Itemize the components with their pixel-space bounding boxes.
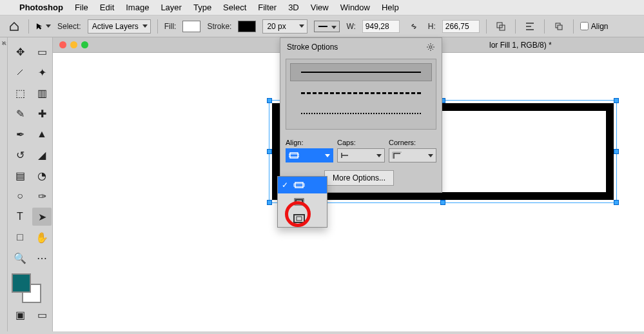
dodge-tool[interactable]: ○ bbox=[10, 187, 30, 205]
marquee-tool[interactable]: ▭ bbox=[32, 43, 52, 61]
foreground-swatch[interactable] bbox=[12, 273, 31, 293]
window-zoom-button[interactable] bbox=[81, 41, 88, 48]
menu-layer[interactable]: Layer bbox=[161, 3, 182, 12]
eyedropper-tool[interactable]: ✎ bbox=[10, 104, 30, 123]
gradient-tool[interactable]: ▤ bbox=[10, 166, 30, 184]
eraser-tool[interactable]: ◢ bbox=[32, 146, 52, 164]
stroke-style-dashed[interactable] bbox=[290, 84, 432, 102]
path-selection-tool[interactable]: ➤ bbox=[32, 208, 52, 226]
align-edges-label: Align bbox=[591, 22, 609, 31]
rectangle-tool[interactable]: □ bbox=[10, 228, 30, 246]
width-input[interactable] bbox=[362, 20, 400, 33]
select-mode-value: Active Layers bbox=[92, 22, 139, 31]
stroke-width-dropdown[interactable]: 20 px bbox=[262, 19, 307, 34]
tool-preset-picker[interactable] bbox=[35, 19, 51, 34]
solid-line-icon bbox=[318, 26, 327, 27]
combine-shapes-icon bbox=[496, 21, 506, 32]
panel-gutter: ✕ ‹‹ bbox=[0, 37, 8, 334]
app-name[interactable]: Photoshop bbox=[19, 3, 63, 12]
stroke-swatch[interactable] bbox=[238, 21, 256, 32]
gear-icon bbox=[426, 43, 435, 52]
menu-type[interactable]: Type bbox=[193, 3, 211, 12]
clone-stamp-tool[interactable]: ▲ bbox=[32, 125, 52, 143]
arrange-icon bbox=[554, 21, 564, 32]
panel-menu-button[interactable] bbox=[426, 43, 435, 52]
menu-view[interactable]: View bbox=[311, 3, 329, 12]
handle-top-left[interactable] bbox=[267, 98, 272, 103]
svg-rect-7 bbox=[295, 182, 303, 188]
fill-swatch[interactable] bbox=[182, 21, 200, 32]
handle-bottom-right[interactable] bbox=[614, 200, 619, 205]
blur-tool[interactable]: ◔ bbox=[32, 166, 52, 184]
handle-bottom-mid[interactable] bbox=[440, 200, 445, 205]
menu-filter[interactable]: Filter bbox=[258, 3, 277, 12]
home-button[interactable] bbox=[6, 19, 22, 34]
handle-bottom-left[interactable] bbox=[267, 200, 272, 205]
menu-3d[interactable]: 3D bbox=[288, 3, 299, 12]
handle-mid-right[interactable] bbox=[614, 149, 619, 154]
frame-tool[interactable]: ▥ bbox=[32, 84, 52, 102]
align-option-inside[interactable] bbox=[278, 193, 327, 210]
path-alignment-button[interactable] bbox=[522, 19, 538, 34]
handle-mid-left[interactable] bbox=[267, 149, 272, 154]
crop-tool[interactable]: ⬚ bbox=[10, 84, 30, 102]
height-input[interactable] bbox=[442, 20, 480, 33]
separator bbox=[486, 19, 487, 34]
menu-select[interactable]: Select bbox=[223, 3, 246, 12]
stroke-label: Stroke: bbox=[207, 22, 231, 31]
window-close-button[interactable] bbox=[59, 41, 66, 48]
panel-collapse-button[interactable]: ‹‹ bbox=[2, 40, 6, 47]
menu-edit[interactable]: Edit bbox=[100, 3, 114, 12]
align-label: Align: bbox=[286, 139, 333, 146]
path-operations-button[interactable] bbox=[493, 19, 509, 34]
svg-rect-11 bbox=[294, 215, 304, 222]
path-arrangement-button[interactable] bbox=[551, 19, 567, 34]
menu-image[interactable]: Image bbox=[126, 3, 149, 12]
edit-toolbar[interactable]: ⋯ bbox=[32, 249, 52, 267]
stroke-align-dropdown[interactable] bbox=[286, 148, 333, 162]
handle-top-right[interactable] bbox=[614, 98, 619, 103]
history-brush-tool[interactable]: ↺ bbox=[10, 146, 30, 164]
align-edges-checkbox[interactable] bbox=[580, 22, 589, 30]
corners-label: Corners: bbox=[389, 139, 436, 146]
mac-menubar: Photoshop File Edit Image Layer Type Sel… bbox=[0, 0, 644, 15]
chevron-down-icon bbox=[376, 154, 382, 157]
align-edges-checkbox-wrap[interactable]: Align bbox=[580, 22, 609, 31]
zoom-tool[interactable]: 🔍 bbox=[10, 249, 30, 267]
dashed-line-icon bbox=[301, 92, 420, 94]
select-mode-dropdown[interactable]: Active Layers bbox=[88, 19, 151, 34]
menu-window[interactable]: Window bbox=[340, 3, 370, 12]
lasso-tool[interactable]: ⟋ bbox=[10, 63, 30, 81]
document-title: lor Fill 1, RGB/8) * bbox=[489, 41, 552, 50]
more-options-button[interactable]: More Options... bbox=[324, 170, 394, 186]
window-minimize-button[interactable] bbox=[70, 41, 77, 48]
align-outside-icon bbox=[293, 214, 305, 223]
stroke-style-solid[interactable] bbox=[290, 63, 432, 81]
magic-wand-tool[interactable]: ✦ bbox=[32, 63, 52, 81]
stroke-caps-dropdown[interactable] bbox=[337, 148, 385, 162]
menu-file[interactable]: File bbox=[75, 3, 88, 12]
panel-titlebar: Stroke Options bbox=[280, 38, 442, 56]
type-tool[interactable]: T bbox=[10, 208, 30, 226]
stroke-style-dropdown[interactable] bbox=[314, 21, 340, 32]
svg-rect-5 bbox=[290, 153, 298, 158]
svg-point-4 bbox=[429, 46, 432, 48]
stroke-corners-dropdown[interactable] bbox=[389, 148, 436, 162]
pen-tool[interactable]: ✑ bbox=[32, 187, 52, 205]
color-swatches bbox=[10, 272, 52, 303]
separator bbox=[515, 19, 516, 34]
move-tool[interactable]: ✥ bbox=[10, 43, 30, 61]
stroke-style-dotted[interactable] bbox=[290, 104, 432, 123]
menu-help[interactable]: Help bbox=[382, 3, 399, 12]
separator bbox=[157, 19, 158, 34]
brush-tool[interactable]: ✒ bbox=[10, 125, 30, 143]
link-wh-button[interactable] bbox=[406, 19, 422, 34]
hand-tool[interactable]: ✋ bbox=[32, 228, 52, 246]
quick-mask-button[interactable]: ▣ bbox=[10, 306, 30, 324]
align-option-outside[interactable] bbox=[278, 210, 327, 227]
healing-brush-tool[interactable]: ✚ bbox=[32, 104, 52, 123]
screen-mode-button[interactable]: ▭ bbox=[32, 306, 52, 324]
check-icon: ✓ bbox=[282, 181, 289, 190]
align-option-center[interactable]: ✓ bbox=[278, 177, 327, 193]
align-center-icon bbox=[293, 181, 305, 190]
